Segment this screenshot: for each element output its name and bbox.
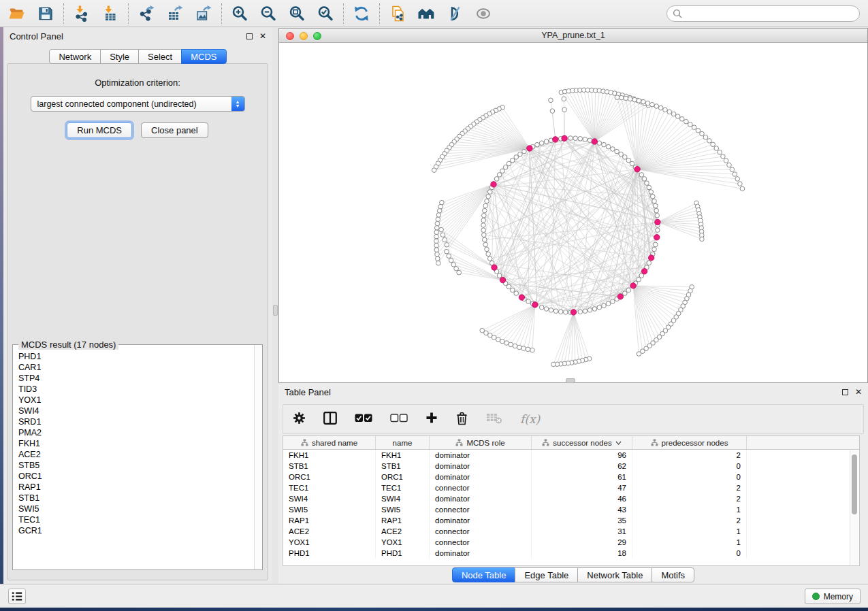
mcds-result-item[interactable]: GCR1: [18, 525, 253, 536]
table-vertical-scrollbar[interactable]: [850, 450, 858, 566]
tab-network-table[interactable]: Network Table: [577, 567, 652, 582]
select-all-button[interactable]: [355, 413, 372, 425]
mcds-result-item[interactable]: STP4: [18, 373, 253, 384]
column-header-shared-name[interactable]: shared name: [283, 436, 376, 449]
mcds-result-item[interactable]: FKH1: [18, 438, 253, 449]
column-header-predecessor-nodes[interactable]: predecessor nodes: [632, 436, 747, 449]
splitter-handle[interactable]: [273, 305, 278, 316]
mcds-result-list[interactable]: PHD1CAR1STP4TID3YOX1SWI4SRD1PMA2FKH1ACE2…: [14, 351, 253, 569]
float-panel-icon[interactable]: [842, 389, 848, 395]
search-input[interactable]: [686, 9, 854, 18]
window-maximize-icon[interactable]: [313, 32, 321, 40]
export-network-button[interactable]: [132, 2, 161, 25]
show-hide-button[interactable]: [469, 2, 498, 25]
deselect-all-button[interactable]: [390, 413, 408, 425]
mcds-result-scrollbar[interactable]: [254, 345, 262, 569]
column-header-filler: [747, 436, 859, 449]
task-history-button[interactable]: [8, 589, 26, 604]
network-window-titlebar[interactable]: YPA_prune.txt_1: [279, 29, 867, 43]
table-row[interactable]: PHD1PHD1dominator180: [283, 548, 859, 559]
table-row[interactable]: STB1STB1dominator620: [283, 461, 859, 472]
add-column-button[interactable]: [425, 412, 438, 427]
horizontal-splitter-handle[interactable]: [566, 378, 575, 383]
zoom-fit-button[interactable]: [283, 2, 311, 25]
window-minimize-icon[interactable]: [300, 32, 308, 40]
network-canvas[interactable]: [279, 43, 867, 382]
vertical-splitter[interactable]: [272, 27, 278, 584]
mcds-result-item[interactable]: TID3: [18, 384, 253, 395]
tab-select[interactable]: Select: [138, 49, 182, 64]
table-row[interactable]: SWI4SWI4dominator462: [283, 493, 859, 504]
export-table-button[interactable]: [161, 2, 189, 25]
plus-icon: [425, 412, 438, 424]
mcds-result-item[interactable]: PHD1: [18, 351, 253, 362]
control-panel-tabs: Network Style Select MCDS: [3, 49, 272, 64]
close-panel-icon[interactable]: ✕: [855, 387, 862, 397]
table-row[interactable]: RAP1RAP1dominator352: [283, 515, 859, 526]
zoom-selected-button[interactable]: [311, 2, 340, 25]
status-bar: Memory: [0, 584, 868, 608]
table-row[interactable]: FKH1FKH1dominator962: [283, 450, 859, 461]
mcds-result-item[interactable]: SRD1: [18, 416, 253, 427]
delete-column-button[interactable]: [455, 411, 468, 428]
table-settings-button[interactable]: [293, 412, 306, 427]
column-header-successor-nodes[interactable]: successor nodes: [532, 436, 632, 449]
mcds-result-item[interactable]: STB1: [18, 493, 253, 503]
table-row[interactable]: ACE2ACE2connector311: [283, 526, 859, 537]
table-cell: ACE2: [283, 526, 376, 537]
refresh-button[interactable]: [347, 2, 376, 25]
mcds-result-item[interactable]: RAP1: [18, 482, 253, 493]
export-image-button[interactable]: [189, 2, 218, 25]
table-cell: ORC1: [376, 472, 430, 482]
open-file-button[interactable]: [3, 2, 31, 25]
clone-network-button[interactable]: [383, 2, 412, 25]
criterion-dropdown[interactable]: largest connected component (undirected)…: [31, 96, 245, 112]
show-column-button[interactable]: [323, 412, 337, 427]
table-cell: RAP1: [283, 515, 376, 526]
memory-button[interactable]: Memory: [805, 589, 861, 604]
window-close-icon[interactable]: [286, 32, 294, 40]
mcds-result-item[interactable]: CAR1: [18, 362, 253, 373]
mcds-result-item[interactable]: SWI4: [18, 406, 253, 416]
table-row[interactable]: ORC1ORC1dominator610: [283, 472, 859, 482]
save-session-button[interactable]: [31, 2, 60, 25]
zoom-out-button[interactable]: [254, 2, 283, 25]
scrollbar-thumb[interactable]: [852, 455, 857, 514]
search-field[interactable]: [666, 5, 860, 22]
tab-node-table[interactable]: Node Table: [452, 567, 516, 582]
table-cell: 18: [532, 548, 632, 559]
run-mcds-button[interactable]: Run MCDS: [67, 122, 132, 138]
mcds-result-item[interactable]: STB5: [18, 460, 253, 471]
toggle-graphics-details-button[interactable]: [440, 2, 469, 25]
float-panel-icon[interactable]: [246, 33, 253, 39]
mcds-result-item[interactable]: ORC1: [18, 471, 253, 482]
delete-table-button[interactable]: [486, 412, 502, 427]
close-panel-icon[interactable]: ✕: [259, 31, 266, 41]
mcds-result-item[interactable]: PMA2: [18, 427, 253, 438]
mcds-result-item[interactable]: SWI5: [18, 503, 253, 514]
mcds-result-item[interactable]: YOX1: [18, 395, 253, 406]
mcds-result-item[interactable]: ACE2: [18, 449, 253, 460]
import-network-button[interactable]: [67, 2, 96, 25]
tab-style[interactable]: Style: [100, 49, 139, 64]
column-header-MCDS-role[interactable]: MCDS role: [430, 436, 532, 449]
clone-network-icon: [389, 5, 406, 22]
network-overview-button[interactable]: [412, 2, 440, 25]
tab-motifs[interactable]: Motifs: [652, 567, 694, 582]
tab-edge-table[interactable]: Edge Table: [515, 567, 578, 582]
table-cell: STB1: [283, 461, 376, 472]
table-row[interactable]: SWI5SWI5connector431: [283, 504, 859, 515]
zoom-in-button[interactable]: [225, 2, 254, 25]
column-header-name[interactable]: name: [376, 436, 430, 449]
import-table-button[interactable]: [96, 2, 125, 25]
function-builder-button[interactable]: f(x): [520, 412, 540, 426]
tab-network[interactable]: Network: [49, 49, 101, 64]
mcds-result-item[interactable]: TEC1: [18, 514, 253, 525]
table-panel: Table Panel ✕: [278, 383, 868, 584]
close-panel-button[interactable]: Close panel: [141, 122, 208, 138]
export-network-icon: [138, 5, 155, 22]
tab-mcds[interactable]: MCDS: [181, 49, 226, 64]
table-cell: RAP1: [376, 515, 430, 526]
table-row[interactable]: YOX1YOX1connector291: [283, 537, 859, 548]
table-row[interactable]: TEC1TEC1connector472: [283, 482, 859, 493]
